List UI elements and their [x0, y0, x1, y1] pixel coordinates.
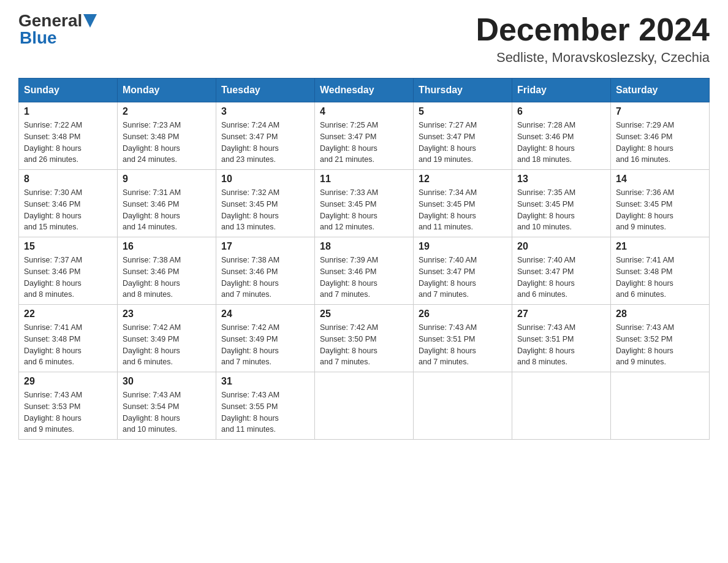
header-day-friday: Friday [512, 79, 611, 102]
day-number: 15 [24, 241, 112, 252]
day-number: 27 [517, 308, 605, 320]
calendar-cell: 28Sunrise: 7:43 AM Sunset: 3:52 PM Dayli… [611, 305, 710, 372]
day-info: Sunrise: 7:42 AM Sunset: 3:49 PM Dayligh… [221, 322, 309, 368]
day-number: 7 [616, 106, 704, 117]
day-info: Sunrise: 7:23 AM Sunset: 3:48 PM Dayligh… [123, 120, 211, 166]
week-row-2: 8Sunrise: 7:30 AM Sunset: 3:46 PM Daylig… [19, 170, 710, 237]
calendar-header: SundayMondayTuesdayWednesdayThursdayFrid… [19, 79, 710, 102]
day-info: Sunrise: 7:43 AM Sunset: 3:52 PM Dayligh… [616, 322, 704, 368]
calendar-cell [414, 372, 512, 440]
header-day-sunday: Sunday [19, 79, 118, 102]
day-info: Sunrise: 7:37 AM Sunset: 3:46 PM Dayligh… [24, 255, 112, 301]
day-number: 8 [24, 174, 112, 185]
day-number: 24 [221, 308, 309, 320]
day-info: Sunrise: 7:35 AM Sunset: 3:45 PM Dayligh… [517, 187, 605, 233]
day-number: 26 [419, 308, 507, 320]
day-number: 18 [320, 241, 408, 252]
day-info: Sunrise: 7:33 AM Sunset: 3:45 PM Dayligh… [320, 187, 408, 233]
header-row: SundayMondayTuesdayWednesdayThursdayFrid… [19, 79, 710, 102]
calendar-cell: 26Sunrise: 7:43 AM Sunset: 3:51 PM Dayli… [414, 305, 512, 372]
day-info: Sunrise: 7:32 AM Sunset: 3:45 PM Dayligh… [221, 187, 309, 233]
day-number: 28 [616, 308, 704, 320]
calendar-cell: 9Sunrise: 7:31 AM Sunset: 3:46 PM Daylig… [118, 170, 216, 237]
day-number: 21 [616, 241, 704, 252]
day-info: Sunrise: 7:41 AM Sunset: 3:48 PM Dayligh… [616, 255, 704, 301]
header-day-thursday: Thursday [414, 79, 512, 102]
day-info: Sunrise: 7:38 AM Sunset: 3:46 PM Dayligh… [221, 255, 309, 301]
calendar-cell [611, 372, 710, 440]
week-row-3: 15Sunrise: 7:37 AM Sunset: 3:46 PM Dayli… [19, 237, 710, 305]
day-info: Sunrise: 7:31 AM Sunset: 3:46 PM Dayligh… [123, 187, 211, 233]
day-info: Sunrise: 7:28 AM Sunset: 3:46 PM Dayligh… [517, 120, 605, 166]
header-day-tuesday: Tuesday [216, 79, 315, 102]
day-number: 1 [24, 106, 112, 117]
day-number: 14 [616, 174, 704, 185]
calendar-cell: 29Sunrise: 7:43 AM Sunset: 3:53 PM Dayli… [19, 372, 118, 440]
calendar-cell: 11Sunrise: 7:33 AM Sunset: 3:45 PM Dayli… [315, 170, 414, 237]
calendar-cell [315, 372, 414, 440]
calendar-cell: 20Sunrise: 7:40 AM Sunset: 3:47 PM Dayli… [512, 237, 611, 305]
day-number: 30 [123, 376, 211, 387]
calendar-cell [512, 372, 611, 440]
calendar-cell: 21Sunrise: 7:41 AM Sunset: 3:48 PM Dayli… [611, 237, 710, 305]
day-info: Sunrise: 7:43 AM Sunset: 3:51 PM Dayligh… [517, 322, 605, 368]
day-info: Sunrise: 7:38 AM Sunset: 3:46 PM Dayligh… [123, 255, 211, 301]
day-info: Sunrise: 7:43 AM Sunset: 3:54 PM Dayligh… [123, 389, 211, 435]
day-info: Sunrise: 7:43 AM Sunset: 3:51 PM Dayligh… [419, 322, 507, 368]
logo-general-text: General [18, 12, 82, 29]
calendar-cell: 16Sunrise: 7:38 AM Sunset: 3:46 PM Dayli… [118, 237, 216, 305]
day-info: Sunrise: 7:34 AM Sunset: 3:45 PM Dayligh… [419, 187, 507, 233]
day-number: 16 [123, 241, 211, 252]
calendar-cell: 19Sunrise: 7:40 AM Sunset: 3:47 PM Dayli… [414, 237, 512, 305]
day-info: Sunrise: 7:40 AM Sunset: 3:47 PM Dayligh… [517, 255, 605, 301]
day-number: 12 [419, 174, 507, 185]
day-number: 23 [123, 308, 211, 320]
calendar-cell: 30Sunrise: 7:43 AM Sunset: 3:54 PM Dayli… [118, 372, 216, 440]
calendar-cell: 3Sunrise: 7:24 AM Sunset: 3:47 PM Daylig… [216, 102, 315, 170]
day-number: 9 [123, 174, 211, 185]
week-row-1: 1Sunrise: 7:22 AM Sunset: 3:48 PM Daylig… [19, 102, 710, 170]
header-day-wednesday: Wednesday [315, 79, 414, 102]
calendar-cell: 25Sunrise: 7:42 AM Sunset: 3:50 PM Dayli… [315, 305, 414, 372]
svg-marker-0 [83, 14, 97, 28]
day-info: Sunrise: 7:42 AM Sunset: 3:50 PM Dayligh… [320, 322, 408, 368]
title-area: December 2024 Sedliste, Moravskoslezsky,… [476, 12, 710, 66]
calendar-cell: 12Sunrise: 7:34 AM Sunset: 3:45 PM Dayli… [414, 170, 512, 237]
month-title: December 2024 [476, 12, 710, 47]
calendar-cell: 15Sunrise: 7:37 AM Sunset: 3:46 PM Dayli… [19, 237, 118, 305]
calendar-cell: 10Sunrise: 7:32 AM Sunset: 3:45 PM Dayli… [216, 170, 315, 237]
page-header: General Blue December 2024 Sedliste, Mor… [18, 12, 710, 66]
day-info: Sunrise: 7:27 AM Sunset: 3:47 PM Dayligh… [419, 120, 507, 166]
calendar-cell: 13Sunrise: 7:35 AM Sunset: 3:45 PM Dayli… [512, 170, 611, 237]
header-day-monday: Monday [118, 79, 216, 102]
day-info: Sunrise: 7:30 AM Sunset: 3:46 PM Dayligh… [24, 187, 112, 233]
calendar-cell: 23Sunrise: 7:42 AM Sunset: 3:49 PM Dayli… [118, 305, 216, 372]
logo: General Blue [18, 12, 97, 47]
calendar-cell: 17Sunrise: 7:38 AM Sunset: 3:46 PM Dayli… [216, 237, 315, 305]
day-info: Sunrise: 7:39 AM Sunset: 3:46 PM Dayligh… [320, 255, 408, 301]
calendar-cell: 4Sunrise: 7:25 AM Sunset: 3:47 PM Daylig… [315, 102, 414, 170]
week-row-4: 22Sunrise: 7:41 AM Sunset: 3:48 PM Dayli… [19, 305, 710, 372]
day-number: 17 [221, 241, 309, 252]
day-number: 13 [517, 174, 605, 185]
calendar-cell: 5Sunrise: 7:27 AM Sunset: 3:47 PM Daylig… [414, 102, 512, 170]
day-info: Sunrise: 7:22 AM Sunset: 3:48 PM Dayligh… [24, 120, 112, 166]
day-number: 11 [320, 174, 408, 185]
day-number: 31 [221, 376, 309, 387]
calendar-table: SundayMondayTuesdayWednesdayThursdayFrid… [18, 78, 710, 440]
day-number: 20 [517, 241, 605, 252]
logo-blue-text: Blue [20, 29, 97, 47]
day-info: Sunrise: 7:43 AM Sunset: 3:53 PM Dayligh… [24, 389, 112, 435]
day-info: Sunrise: 7:40 AM Sunset: 3:47 PM Dayligh… [419, 255, 507, 301]
calendar-cell: 2Sunrise: 7:23 AM Sunset: 3:48 PM Daylig… [118, 102, 216, 170]
calendar-cell: 18Sunrise: 7:39 AM Sunset: 3:46 PM Dayli… [315, 237, 414, 305]
calendar-cell: 1Sunrise: 7:22 AM Sunset: 3:48 PM Daylig… [19, 102, 118, 170]
day-info: Sunrise: 7:43 AM Sunset: 3:55 PM Dayligh… [221, 389, 309, 435]
day-number: 4 [320, 106, 408, 117]
location-subtitle: Sedliste, Moravskoslezsky, Czechia [476, 50, 710, 66]
day-info: Sunrise: 7:36 AM Sunset: 3:45 PM Dayligh… [616, 187, 704, 233]
header-day-saturday: Saturday [611, 79, 710, 102]
day-info: Sunrise: 7:24 AM Sunset: 3:47 PM Dayligh… [221, 120, 309, 166]
logo-triangle-icon [83, 14, 97, 28]
day-number: 19 [419, 241, 507, 252]
